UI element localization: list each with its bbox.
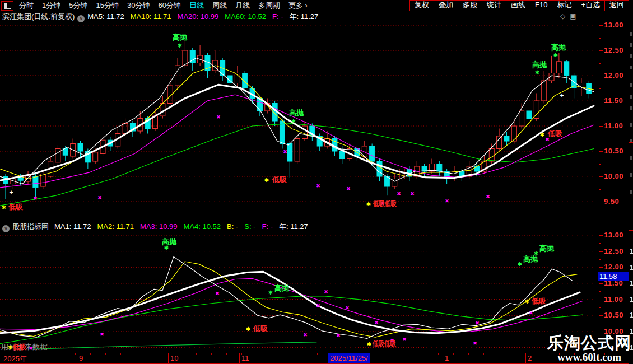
window-layout-icon[interactable] bbox=[1, 1, 13, 11]
window-icon[interactable]: ▣ bbox=[570, 12, 576, 20]
candle-body bbox=[399, 169, 404, 179]
signal-star-icon: ✱ bbox=[525, 298, 529, 305]
watermark-url: www.60lt.com bbox=[547, 352, 631, 363]
period-tab-日线[interactable]: 日线 bbox=[189, 1, 204, 11]
signal-label: 高抛 bbox=[289, 109, 304, 117]
indicator-line-chart[interactable]: ✖✖✱✖✱✱✖✖✖✖✖✱✖✖✖✖✖✱✖✱✱高抛高抛低吸低吸低吸低吸高抛高抛 bbox=[0, 232, 597, 353]
period-tab-30分钟[interactable]: 30分钟 bbox=[127, 1, 150, 11]
price-label: 10.50 bbox=[604, 311, 623, 319]
toolbar-button-返回[interactable]: 返回 bbox=[604, 1, 629, 11]
axis-tick bbox=[599, 235, 603, 236]
toolbar-button-叠加[interactable]: 叠加 bbox=[434, 1, 458, 11]
period-tab-更多 ›[interactable]: 更多 › bbox=[288, 1, 308, 11]
toolbar-button-复权[interactable]: 复权 bbox=[410, 1, 434, 11]
indicator-panel-header: ∨股朋指标网MA1: 11.72MA2: 11.71MA3: 10.99MA4:… bbox=[0, 221, 597, 232]
time-axis-divider bbox=[525, 353, 526, 363]
signal-star-icon: ✱ bbox=[535, 69, 539, 76]
signal-label: 高抛 bbox=[539, 244, 555, 253]
signal-plus-icon: + bbox=[9, 189, 13, 197]
candle-body bbox=[489, 149, 494, 162]
axis-tick bbox=[599, 101, 603, 101]
signal-cross-icon: ✖ bbox=[410, 191, 415, 197]
chevron-down-icon[interactable]: ∨ bbox=[2, 225, 10, 232]
signal-star-icon: ✱ bbox=[178, 43, 182, 49]
signal-star-icon: ✱ bbox=[367, 341, 371, 347]
axis-tick bbox=[599, 151, 603, 152]
candle-body bbox=[504, 136, 509, 141]
month-label: 9 bbox=[79, 354, 83, 362]
latest-value-tag: 11.58 bbox=[598, 272, 630, 281]
chevron-down-icon[interactable]: ∨ bbox=[77, 15, 85, 22]
toolbar-button-统计[interactable]: 统计 bbox=[482, 1, 506, 11]
signal-cross-icon: ✖ bbox=[316, 183, 320, 189]
axis-minor-tick bbox=[599, 243, 601, 244]
signal-cross-icon: ✖ bbox=[97, 195, 102, 200]
price-label: 12.00 bbox=[604, 263, 623, 271]
price-label: 12.50 bbox=[604, 247, 623, 255]
signal-label: 低吸 bbox=[531, 297, 547, 305]
axis-tick bbox=[599, 176, 603, 177]
toolbar-button-+自选[interactable]: +自选 bbox=[576, 1, 604, 11]
clipped-price-digit: 1 bbox=[630, 279, 633, 287]
clipped-price-digit: 1 bbox=[630, 296, 633, 304]
axis-minor-tick bbox=[599, 307, 601, 308]
indicator-line-MA3 bbox=[0, 278, 583, 332]
indicator-line-MA1 bbox=[0, 256, 573, 338]
period-tab-月线[interactable]: 月线 bbox=[235, 1, 250, 11]
candle-body bbox=[542, 81, 547, 101]
period-tab-多周期[interactable]: 多周期 bbox=[258, 1, 280, 11]
price-label: 9.50 bbox=[604, 197, 619, 206]
axis-minor-tick bbox=[599, 189, 601, 190]
axis-line bbox=[599, 22, 599, 353]
candle-body bbox=[497, 136, 502, 149]
price-label: 13.00 bbox=[604, 231, 623, 239]
axis-tick bbox=[599, 251, 603, 252]
signal-label: 高抛 bbox=[551, 43, 566, 52]
diamond-icon[interactable]: ◇ bbox=[560, 12, 565, 20]
period-tab-分时[interactable]: 分时 bbox=[19, 1, 34, 11]
signal-cross-icon: ✖ bbox=[445, 198, 449, 204]
selected-date-cell[interactable]: 2025/11/25/二 bbox=[328, 353, 370, 363]
watermark-site-name: 乐淘公式网 bbox=[547, 334, 631, 352]
axis-minor-tick bbox=[599, 291, 601, 292]
time-axis-divider bbox=[77, 353, 77, 363]
price-label: 10.50 bbox=[604, 147, 623, 155]
signal-label: 高抛 bbox=[274, 284, 290, 292]
signal-star-icon: ✱ bbox=[518, 261, 522, 267]
period-tab-周线[interactable]: 周线 bbox=[212, 1, 227, 11]
axis-tick bbox=[599, 315, 603, 316]
axis-tick bbox=[599, 202, 603, 202]
signal-label: 低吸低吸 bbox=[372, 339, 397, 348]
legend-item: S: - bbox=[244, 222, 255, 231]
period-tab-1分钟[interactable]: 1分钟 bbox=[42, 1, 60, 11]
time-axis-divider bbox=[443, 353, 443, 363]
axis-minor-tick bbox=[599, 114, 601, 114]
period-toolbar: 分时1分钟5分钟15分钟30分钟60分钟日线周线月线多周期更多 › 复权叠加多股… bbox=[0, 0, 633, 11]
period-tab-5分钟[interactable]: 5分钟 bbox=[69, 1, 87, 11]
period-tab-15分钟[interactable]: 15分钟 bbox=[96, 1, 118, 11]
signal-label: 低吸 bbox=[547, 129, 563, 138]
clipped-text-fragment bbox=[630, 123, 632, 127]
period-tab-60分钟[interactable]: 60分钟 bbox=[158, 1, 180, 11]
time-axis: 2025年91011122025/11/25/二 bbox=[0, 353, 632, 364]
toolbar-button-多股[interactable]: 多股 bbox=[458, 1, 482, 11]
toolbar-button-标记[interactable]: 标记 bbox=[552, 1, 576, 11]
clipped-text-fragment bbox=[630, 156, 632, 160]
candle-body bbox=[18, 178, 23, 180]
signal-cross-icon: ✖ bbox=[475, 320, 480, 326]
signal-star-icon: ✱ bbox=[268, 290, 273, 296]
toolbar-button-画线[interactable]: 画线 bbox=[506, 1, 530, 11]
legend-item: 年: 11.27 bbox=[290, 12, 319, 21]
main-candlestick-chart[interactable]: ✱✖✖✱✖✖✱✱✖✖✱✖✖✖✖✖✱✖✱✱++低吸高抛高抛低吸低吸低吸低吸高抛高抛 bbox=[0, 22, 597, 221]
legend-item: 年: 11.27 bbox=[279, 222, 308, 231]
legend-item: MA5: 11.72 bbox=[87, 12, 124, 21]
clipped-text-fragment bbox=[630, 173, 632, 177]
toolbar-button-F10[interactable]: F10 bbox=[530, 1, 552, 11]
candle-body bbox=[556, 62, 561, 73]
signal-cross-icon: ✖ bbox=[397, 191, 401, 197]
signal-cross-icon: ✖ bbox=[216, 114, 221, 120]
clipped-text-fragment bbox=[630, 190, 632, 194]
signal-cross-icon: ✖ bbox=[336, 333, 341, 338]
signal-cross-icon: ✖ bbox=[473, 340, 477, 346]
signal-cross-icon: ✖ bbox=[374, 320, 379, 325]
